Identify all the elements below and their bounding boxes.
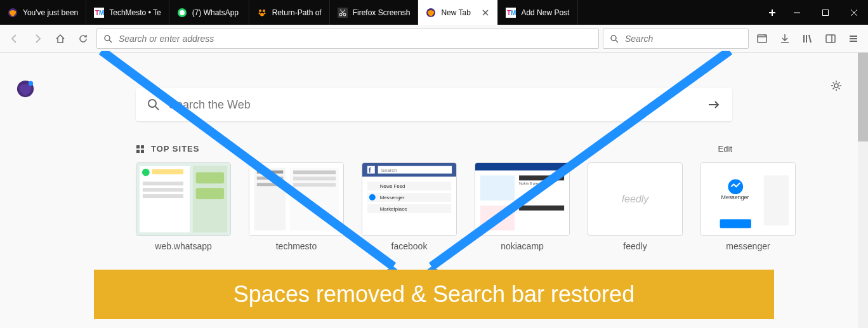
arrow-go-icon[interactable] xyxy=(707,98,721,112)
svg-rect-54 xyxy=(152,169,183,174)
site-card-techmesto[interactable]: techmesto xyxy=(249,162,344,251)
site-card-feedly[interactable]: feedly feedly xyxy=(588,162,683,251)
svg-point-43 xyxy=(834,84,838,88)
svg-rect-89 xyxy=(519,206,564,211)
whatsapp-icon xyxy=(177,8,187,18)
svg-rect-36 xyxy=(826,35,835,43)
site-label: feedly xyxy=(588,241,683,251)
gear-icon[interactable] xyxy=(830,79,843,92)
tab-3[interactable]: Return-Path of xyxy=(249,0,330,25)
reload-button[interactable] xyxy=(74,29,93,48)
firefox-logo-icon xyxy=(16,79,35,98)
site-label: techmesto xyxy=(249,241,344,251)
minimize-button[interactable] xyxy=(782,0,811,25)
center-column: TOP SITES Edit web.whatsapp techmesto fS… xyxy=(136,53,732,251)
home-button[interactable] xyxy=(51,29,70,48)
svg-point-7 xyxy=(258,12,260,14)
tab-6[interactable]: TM Add New Post xyxy=(498,0,578,25)
tab-sidebar-button[interactable] xyxy=(753,29,772,48)
svg-rect-68 xyxy=(293,176,336,180)
tab-strip: You've just been TM TechMesto • Te (7) W… xyxy=(0,0,762,25)
top-sites-title: TOP SITES xyxy=(151,144,199,154)
site-card-messenger[interactable]: Messenger messenger xyxy=(700,162,796,251)
svg-line-45 xyxy=(155,107,159,110)
scrollbar-thumb[interactable] xyxy=(858,53,868,141)
tab-5[interactable]: New Tab xyxy=(418,0,498,25)
url-bar[interactable] xyxy=(96,29,599,49)
top-sites-header: TOP SITES Edit xyxy=(136,144,732,154)
tab-2[interactable]: (7) WhatsApp xyxy=(169,0,249,25)
sidebar-button[interactable] xyxy=(821,29,840,48)
site-card-nokiacamp[interactable]: Nokia 8 pre-ord nokiacamp xyxy=(475,162,570,251)
sidebar-icon xyxy=(756,33,768,44)
title-bar: You've just been TM TechMesto • Te (7) W… xyxy=(0,0,868,25)
search-icon xyxy=(610,34,619,43)
url-input[interactable] xyxy=(119,34,592,44)
tab-1[interactable]: TM TechMesto • Te xyxy=(86,0,169,25)
web-search-input[interactable] xyxy=(169,98,698,112)
hamburger-icon xyxy=(848,33,859,44)
plus-icon xyxy=(768,8,777,17)
search-bar[interactable] xyxy=(603,29,749,49)
tab-4[interactable]: Firefox Screensh xyxy=(330,0,419,25)
tab-label: (7) WhatsApp xyxy=(192,8,241,17)
site-label: messenger xyxy=(700,241,796,251)
maximize-button[interactable] xyxy=(811,0,839,25)
svg-point-44 xyxy=(148,100,156,107)
menu-button[interactable] xyxy=(844,29,863,48)
firefox-icon xyxy=(8,8,18,18)
site-card-webwhatsapp[interactable]: web.whatsapp xyxy=(136,162,231,251)
reload-icon xyxy=(77,33,89,44)
home-icon xyxy=(55,33,66,44)
library-button[interactable] xyxy=(798,29,817,48)
svg-rect-93 xyxy=(720,220,751,228)
tab-label: New Tab xyxy=(441,8,476,17)
back-button[interactable] xyxy=(5,29,24,48)
svg-rect-24 xyxy=(822,10,828,15)
svg-point-29 xyxy=(611,36,616,41)
tab-label: Add New Post xyxy=(521,8,570,17)
svg-rect-56 xyxy=(143,188,183,192)
annotation-banner: Spaces removed & Search bar restored xyxy=(94,270,774,319)
paw-icon xyxy=(257,8,267,18)
vertical-scrollbar[interactable] xyxy=(858,53,868,328)
svg-rect-59 xyxy=(196,173,224,184)
site-card-facebook[interactable]: fSearchNews FeedMessengerMarketplace fac… xyxy=(362,162,457,251)
svg-rect-55 xyxy=(143,181,183,185)
grid-icon xyxy=(136,145,145,154)
svg-point-27 xyxy=(105,36,110,41)
svg-rect-52 xyxy=(140,166,190,233)
svg-rect-63 xyxy=(257,171,283,174)
svg-rect-49 xyxy=(136,150,140,153)
edit-link[interactable]: Edit xyxy=(718,144,732,154)
svg-point-79 xyxy=(369,194,376,200)
svg-rect-60 xyxy=(196,188,224,199)
arrow-right-icon xyxy=(32,33,43,44)
svg-text:Messenger: Messenger xyxy=(380,195,405,200)
svg-rect-57 xyxy=(143,194,183,198)
firefox-icon xyxy=(426,8,436,18)
svg-line-30 xyxy=(615,40,618,43)
svg-point-5 xyxy=(259,10,261,12)
web-search-box[interactable] xyxy=(136,88,732,121)
forward-button[interactable] xyxy=(28,29,47,48)
new-tab-button[interactable] xyxy=(762,0,782,25)
tab-label: Return-Path of xyxy=(272,8,322,17)
svg-rect-64 xyxy=(257,176,283,180)
tab-label: TechMesto • Te xyxy=(109,8,161,17)
svg-text:News Feed: News Feed xyxy=(380,183,405,189)
close-window-button[interactable] xyxy=(839,0,868,25)
svg-rect-84 xyxy=(475,163,569,171)
search-input[interactable] xyxy=(625,34,742,44)
close-icon[interactable] xyxy=(481,8,490,17)
scissors-icon xyxy=(338,8,348,18)
svg-text:Nokia 8 pre-ord: Nokia 8 pre-ord xyxy=(519,181,545,185)
download-icon xyxy=(779,33,791,44)
tab-0[interactable]: You've just been xyxy=(0,0,86,25)
library-icon xyxy=(802,33,813,44)
tm-icon: TM xyxy=(506,8,516,18)
downloads-button[interactable] xyxy=(775,29,794,48)
search-icon xyxy=(103,34,112,43)
svg-line-35 xyxy=(809,35,811,43)
svg-text:M: M xyxy=(99,10,104,16)
